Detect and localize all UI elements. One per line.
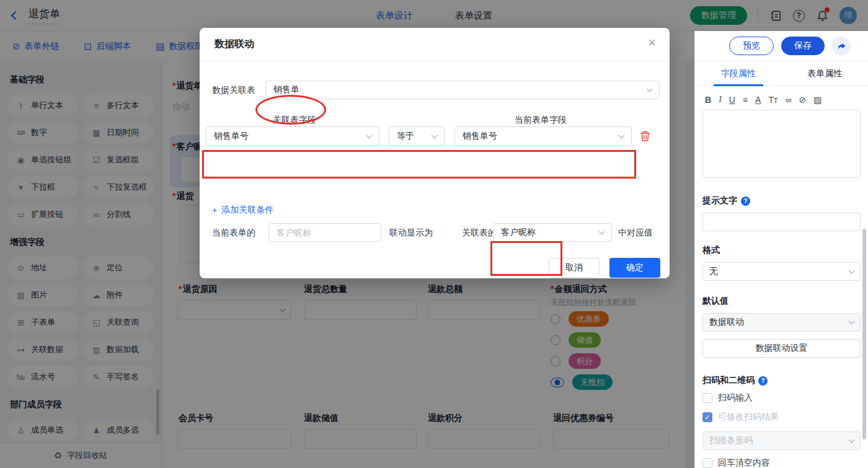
column-header-linked-field: 关联表字段 — [273, 115, 316, 126]
help-icon[interactable]: ? — [758, 376, 768, 386]
checkbox-unchecked-icon[interactable] — [702, 458, 712, 468]
data-linkage-settings-button[interactable]: 数据联动设置 — [702, 339, 861, 358]
add-condition-link[interactable]: + 添加关联条件 — [212, 205, 273, 216]
share-button[interactable] — [832, 37, 851, 55]
scan-input-checkbox-row[interactable]: 扫码输入 — [702, 392, 861, 404]
chevron-down-icon — [647, 86, 653, 92]
scan-editable-checkbox-row[interactable]: ✓ 可修改扫码结果 — [702, 412, 861, 423]
chevron-down-icon — [619, 132, 625, 138]
default-value-label: 默认值 — [702, 296, 861, 307]
panel-scrollbar[interactable] — [862, 229, 866, 439]
column-header-current-field: 当前表单字段 — [515, 115, 567, 126]
condition-linked-field-select[interactable]: 销售单号 — [206, 126, 379, 146]
data-linkage-modal: 数据联动 × 数据关联表 销售单 关联表字段 当前表单字段 销售单号 等于 销售… — [200, 28, 670, 278]
tab-field-properties[interactable]: 字段属性 — [695, 61, 782, 86]
plus-icon: + — [212, 205, 217, 215]
checkbox-unchecked-icon[interactable] — [702, 393, 712, 403]
delete-condition-trash-icon[interactable] — [640, 130, 650, 144]
insert-link-icon[interactable]: ∞ — [785, 95, 791, 105]
format-select[interactable]: 无 — [702, 262, 861, 281]
linked-table-label: 数据关联表 — [212, 85, 255, 96]
chevron-down-icon — [849, 267, 855, 273]
properties-panel: 预览 保存 字段属性 表单属性 B I U ≡ A Tᴛ ∞ ⊘ ▨ — [694, 31, 868, 468]
linked-table-prefix-label: 关联表的 — [462, 227, 497, 239]
corresponding-value-label: 中对应值 — [618, 227, 653, 239]
format-label: 格式 — [702, 245, 861, 256]
help-icon[interactable]: ? — [741, 196, 750, 206]
bold-icon[interactable]: B — [705, 95, 711, 105]
linked-display-field-select[interactable]: 客户昵称 — [493, 223, 612, 242]
close-icon[interactable]: × — [648, 36, 656, 50]
display-field-input[interactable] — [268, 223, 381, 242]
checkbox-checked-icon[interactable]: ✓ — [702, 412, 712, 422]
insert-image-icon[interactable]: ▨ — [813, 95, 822, 105]
condition-operator-select[interactable]: 等于 — [389, 126, 445, 146]
form-designer-app: 退货单 表单设计 表单设置 数据管理 ? 理 — [0, 0, 868, 468]
chevron-down-icon — [366, 132, 373, 138]
enter-clear-checkbox-row[interactable]: 回车清空内容 — [702, 457, 861, 468]
chevron-down-icon — [432, 132, 438, 138]
cancel-button[interactable]: 取消 — [549, 258, 600, 278]
italic-icon[interactable]: I — [719, 95, 722, 105]
chevron-down-icon — [849, 318, 855, 324]
save-button[interactable]: 保存 — [781, 37, 825, 55]
condition-current-field-select[interactable]: 销售单号 — [454, 126, 632, 146]
modal-overlay — [0, 0, 868, 31]
remove-link-icon[interactable]: ⊘ — [799, 95, 806, 105]
scan-mode-select[interactable]: 扫描条形码 — [702, 431, 861, 450]
font-color-icon[interactable]: A — [755, 95, 761, 105]
preview-button[interactable]: 预览 — [729, 37, 774, 55]
tab-form-properties[interactable]: 表单属性 — [782, 61, 868, 86]
hint-text-input[interactable] — [702, 213, 861, 231]
hint-text-label: 提示文字 ? — [702, 195, 861, 206]
chevron-down-icon — [849, 436, 855, 443]
underline-icon[interactable]: U — [729, 95, 735, 105]
field-title-richtext-editor[interactable] — [702, 110, 861, 178]
richtext-toolbar: B I U ≡ A Tᴛ ∞ ⊘ ▨ — [702, 92, 861, 110]
current-form-prefix-label: 当前表单的 — [212, 227, 255, 239]
linked-table-select[interactable]: 销售单 — [265, 81, 660, 99]
font-size-icon[interactable]: Tᴛ — [768, 95, 777, 105]
modal-title: 数据联动 — [215, 38, 254, 51]
default-value-select[interactable]: 数据联动 — [702, 313, 861, 332]
linkage-display-label: 联动显示为 — [389, 227, 433, 239]
scan-qr-label: 扫码和二维码 ? — [702, 375, 861, 386]
share-arrow-icon — [837, 42, 846, 51]
confirm-button[interactable]: 确定 — [609, 258, 660, 278]
chevron-down-icon — [599, 228, 605, 234]
align-icon[interactable]: ≡ — [743, 95, 748, 105]
